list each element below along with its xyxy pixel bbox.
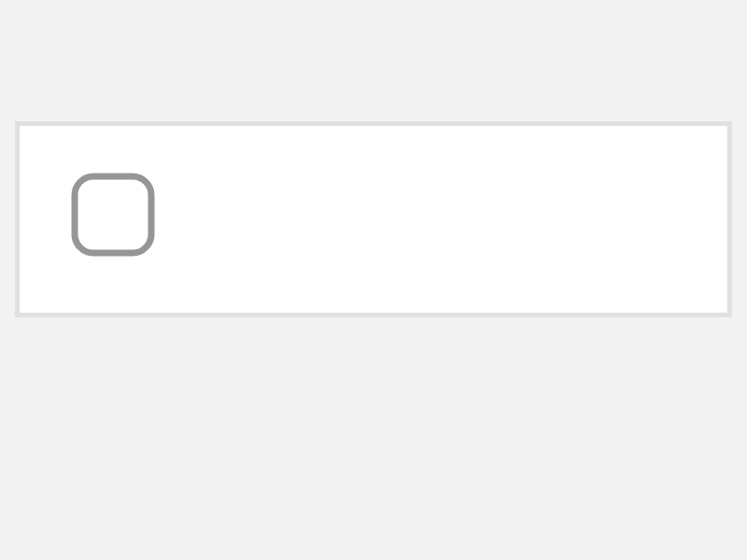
panel — [15, 121, 732, 317]
rounded-square-icon — [71, 173, 155, 257]
svg-rect-0 — [75, 176, 151, 253]
